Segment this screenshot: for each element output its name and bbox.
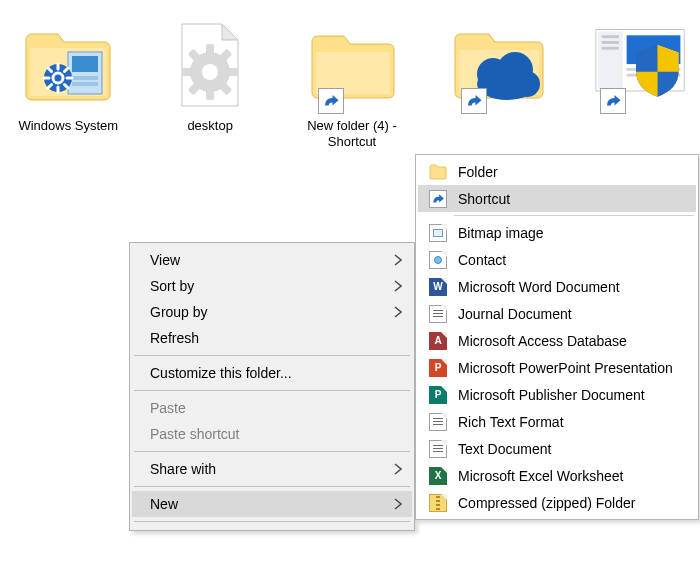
menu-sort-by[interactable]: Sort by bbox=[132, 273, 412, 299]
svg-rect-31 bbox=[601, 35, 618, 38]
submenu-item-label: Microsoft Access Database bbox=[458, 333, 627, 349]
folder-icon bbox=[428, 162, 448, 182]
menu-paste: Paste bbox=[132, 395, 412, 421]
svg-rect-30 bbox=[597, 31, 622, 89]
zip-icon bbox=[428, 493, 448, 513]
submenu-item-label: Rich Text Format bbox=[458, 414, 564, 430]
menu-customize-folder[interactable]: Customize this folder... bbox=[132, 360, 412, 386]
menu-group-by[interactable]: Group by bbox=[132, 299, 412, 325]
shortcut-arrow-icon bbox=[461, 88, 487, 114]
bitmap-icon bbox=[428, 223, 448, 243]
menu-item-label: Refresh bbox=[150, 330, 199, 346]
submenu-access[interactable]: A Microsoft Access Database bbox=[418, 327, 696, 354]
shortcut-arrow-icon bbox=[318, 88, 344, 114]
menu-item-label: Share with bbox=[150, 461, 216, 477]
submenu-zip[interactable]: Compressed (zipped) Folder bbox=[418, 489, 696, 516]
submenu-item-label: Microsoft PowerPoint Presentation bbox=[458, 360, 673, 376]
desktop-area: Windows System bbox=[0, 18, 700, 151]
desktop-item-new-folder-shortcut[interactable]: New folder (4) - Shortcut bbox=[290, 18, 415, 151]
desktop-item-label: desktop bbox=[157, 118, 264, 134]
shortcut-icon bbox=[428, 189, 448, 209]
folder-cloud-icon bbox=[451, 18, 547, 114]
submenu-journal[interactable]: Journal Document bbox=[418, 300, 696, 327]
folder-icon bbox=[20, 18, 116, 114]
desktop-item-windows-system[interactable]: Windows System bbox=[6, 18, 131, 151]
contact-icon bbox=[428, 250, 448, 270]
submenu-item-label: Journal Document bbox=[458, 306, 572, 322]
word-icon: W bbox=[428, 277, 448, 297]
text-icon bbox=[428, 439, 448, 459]
submenu-item-label: Shortcut bbox=[458, 191, 510, 207]
menu-separator bbox=[134, 355, 410, 356]
context-menu: View Sort by Group by Refresh Customize … bbox=[129, 242, 415, 531]
rtf-icon bbox=[428, 412, 448, 432]
svg-rect-17 bbox=[206, 90, 214, 100]
submenu-rtf[interactable]: Rich Text Format bbox=[418, 408, 696, 435]
menu-view[interactable]: View bbox=[132, 247, 412, 273]
svg-rect-19 bbox=[228, 68, 238, 76]
submenu-bitmap[interactable]: Bitmap image bbox=[418, 219, 696, 246]
submenu-excel[interactable]: X Microsoft Excel Worksheet bbox=[418, 462, 696, 489]
chevron-right-icon bbox=[394, 306, 402, 318]
journal-icon bbox=[428, 304, 448, 324]
chevron-right-icon bbox=[394, 254, 402, 266]
submenu-powerpoint[interactable]: P Microsoft PowerPoint Presentation bbox=[418, 354, 696, 381]
svg-rect-16 bbox=[206, 44, 214, 54]
svg-rect-18 bbox=[182, 68, 192, 76]
menu-refresh[interactable]: Refresh bbox=[132, 325, 412, 351]
submenu-separator bbox=[454, 215, 694, 216]
submenu-item-label: Microsoft Excel Worksheet bbox=[458, 468, 623, 484]
submenu-publisher[interactable]: P Microsoft Publisher Document bbox=[418, 381, 696, 408]
svg-rect-2 bbox=[72, 76, 98, 80]
menu-item-label: Sort by bbox=[150, 278, 194, 294]
chevron-right-icon bbox=[394, 463, 402, 475]
chevron-right-icon bbox=[394, 498, 402, 510]
submenu-item-label: Contact bbox=[458, 252, 506, 268]
desktop-item-optional-features[interactable] bbox=[583, 18, 700, 151]
excel-icon: X bbox=[428, 466, 448, 486]
new-submenu: Folder Shortcut Bitmap image Contact W M… bbox=[415, 154, 699, 520]
submenu-item-label: Bitmap image bbox=[458, 225, 544, 241]
menu-share-with[interactable]: Share with bbox=[132, 456, 412, 482]
shortcut-arrow-icon bbox=[600, 88, 626, 114]
svg-point-28 bbox=[514, 71, 540, 97]
menu-separator bbox=[134, 390, 410, 391]
menu-item-label: New bbox=[150, 496, 178, 512]
chevron-right-icon bbox=[394, 280, 402, 292]
desktop-item-label: Windows System bbox=[6, 118, 131, 134]
menu-paste-shortcut: Paste shortcut bbox=[132, 421, 412, 447]
access-icon: A bbox=[428, 331, 448, 351]
folder-icon bbox=[304, 18, 400, 114]
submenu-item-label: Folder bbox=[458, 164, 498, 180]
menu-new[interactable]: New bbox=[132, 491, 412, 517]
submenu-item-label: Compressed (zipped) Folder bbox=[458, 495, 635, 511]
shield-window-icon bbox=[594, 18, 690, 114]
menu-separator bbox=[134, 521, 410, 522]
menu-item-label: Paste bbox=[150, 400, 186, 416]
submenu-item-label: Microsoft Word Document bbox=[458, 279, 620, 295]
svg-rect-1 bbox=[72, 56, 98, 72]
svg-rect-3 bbox=[72, 82, 98, 86]
menu-item-label: Paste shortcut bbox=[150, 426, 240, 442]
submenu-word[interactable]: W Microsoft Word Document bbox=[418, 273, 696, 300]
desktop-item-label: New folder (4) - Shortcut bbox=[290, 118, 415, 151]
settings-file-icon bbox=[162, 18, 258, 114]
menu-item-label: Group by bbox=[150, 304, 208, 320]
powerpoint-icon: P bbox=[428, 358, 448, 378]
desktop-item-desktop[interactable]: desktop bbox=[157, 18, 264, 151]
menu-separator bbox=[134, 451, 410, 452]
submenu-txt[interactable]: Text Document bbox=[418, 435, 696, 462]
publisher-icon: P bbox=[428, 385, 448, 405]
submenu-item-label: Microsoft Publisher Document bbox=[458, 387, 645, 403]
menu-item-label: Customize this folder... bbox=[150, 365, 292, 381]
menu-item-label: View bbox=[150, 252, 180, 268]
submenu-shortcut[interactable]: Shortcut bbox=[418, 185, 696, 212]
svg-rect-33 bbox=[601, 47, 618, 50]
submenu-folder[interactable]: Folder bbox=[418, 158, 696, 185]
svg-rect-32 bbox=[601, 41, 618, 44]
submenu-item-label: Text Document bbox=[458, 441, 551, 457]
desktop-item-onedrive[interactable] bbox=[440, 18, 557, 151]
submenu-contact[interactable]: Contact bbox=[418, 246, 696, 273]
svg-point-24 bbox=[202, 64, 218, 80]
menu-separator bbox=[134, 486, 410, 487]
